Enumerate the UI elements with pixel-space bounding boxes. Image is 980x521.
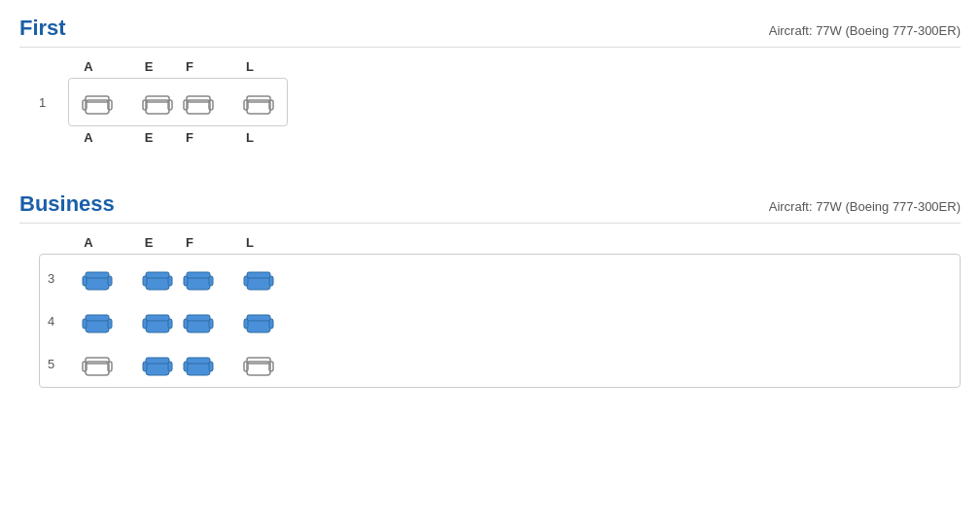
svg-rect-7 [168,100,172,110]
svg-rect-26 [184,276,188,286]
svg-rect-49 [86,358,109,364]
svg-rect-18 [83,276,87,286]
svg-rect-54 [143,362,147,371]
col-label-A-top-first: A [68,59,109,74]
svg-rect-15 [269,100,273,110]
seat-3E[interactable] [140,260,175,295]
first-class-title: First [19,16,66,41]
svg-rect-6 [143,100,147,110]
business-seat-area: 3 [39,254,961,388]
svg-rect-42 [184,319,188,329]
svg-rect-1 [86,96,109,102]
col-label-E-bot-first: E [128,130,169,145]
svg-rect-46 [244,319,248,329]
seat-5L[interactable] [241,346,276,381]
svg-rect-23 [168,276,172,286]
business-class-seat-map: A E F L 3 [39,235,961,388]
svg-rect-45 [247,315,270,321]
svg-rect-37 [146,315,169,321]
col-label-F-top-first: F [169,59,210,74]
svg-rect-27 [209,276,213,286]
svg-rect-62 [244,362,248,371]
seat-1F[interactable] [181,85,216,120]
svg-rect-30 [244,276,248,286]
svg-rect-58 [184,362,188,371]
svg-rect-3 [108,100,112,110]
svg-rect-21 [146,272,169,278]
svg-rect-61 [247,358,270,364]
svg-rect-38 [143,319,147,329]
svg-rect-63 [269,362,273,371]
business-class-aircraft: Aircraft: 77W (Boeing 777-300ER) [769,199,961,214]
first-class-seat-map: A E F L 1 [39,59,961,149]
col-label-A-bot-first: A [68,130,109,145]
svg-rect-57 [187,358,210,364]
svg-rect-10 [184,100,188,110]
seat-3L[interactable] [241,260,276,295]
seat-3A[interactable] [80,260,115,295]
biz-col-label-L-top: L [229,235,270,250]
svg-rect-2 [83,100,87,110]
biz-col-label-A-top: A [68,235,109,250]
first-row-1 [77,83,279,122]
svg-rect-5 [146,96,169,102]
col-label-L-top-first: L [229,59,270,74]
svg-rect-55 [168,362,172,371]
business-row-4: 4 [48,301,952,340]
svg-rect-31 [269,276,273,286]
biz-row-5-label: 5 [48,357,77,371]
svg-rect-35 [108,319,112,329]
svg-rect-59 [209,362,213,371]
seat-4F[interactable] [181,303,216,338]
biz-row-4-label: 4 [48,314,77,329]
first-class-section: First Aircraft: 77W (Boeing 777-300ER) A… [19,16,961,149]
biz-col-label-F-top: F [169,235,210,250]
svg-rect-9 [187,96,210,102]
biz-col-label-E-top: E [128,235,169,250]
col-label-F-bot-first: F [169,130,210,145]
business-class-section: Business Aircraft: 77W (Boeing 777-300ER… [19,191,961,388]
first-seat-row-container: 1 [39,78,961,126]
seat-3F[interactable] [181,260,216,295]
business-col-headers-top: A E F L [39,235,961,250]
svg-rect-22 [143,276,147,286]
biz-row-3-label: 3 [48,271,77,286]
seat-5F[interactable] [181,346,216,381]
seat-5A[interactable] [80,346,115,381]
business-row-3: 3 [48,259,952,297]
svg-rect-50 [83,362,87,371]
svg-rect-53 [146,358,169,364]
business-class-title: Business [19,191,115,217]
col-label-L-bot-first: L [229,130,270,145]
seat-5E[interactable] [140,346,175,381]
svg-rect-43 [209,319,213,329]
col-label-E-top-first: E [128,59,169,74]
seat-1L[interactable] [241,85,276,120]
svg-rect-29 [247,272,270,278]
svg-rect-13 [247,96,270,102]
seat-1E[interactable] [140,85,175,120]
seat-4A[interactable] [80,303,115,338]
svg-rect-41 [187,315,210,321]
svg-rect-17 [86,272,109,278]
first-col-headers-bottom: A E F L [39,130,961,145]
svg-rect-39 [168,319,172,329]
first-col-headers-top: A E F L [39,59,961,74]
business-class-header: Business Aircraft: 77W (Boeing 777-300ER… [19,191,961,224]
svg-rect-33 [86,315,109,321]
svg-rect-14 [244,100,248,110]
business-seat-area-wrapper: 3 [39,254,961,388]
seat-4E[interactable] [140,303,175,338]
svg-rect-51 [108,362,112,371]
first-row-1-label: 1 [39,95,68,110]
seat-4L[interactable] [241,303,276,338]
first-seat-area [68,78,288,126]
svg-rect-34 [83,319,87,329]
seat-1A[interactable] [80,85,115,120]
first-class-header: First Aircraft: 77W (Boeing 777-300ER) [19,16,961,48]
first-class-aircraft: Aircraft: 77W (Boeing 777-300ER) [769,23,961,38]
svg-rect-11 [209,100,213,110]
svg-rect-19 [108,276,112,286]
page: First Aircraft: 77W (Boeing 777-300ER) A… [0,0,980,427]
svg-rect-47 [269,319,273,329]
